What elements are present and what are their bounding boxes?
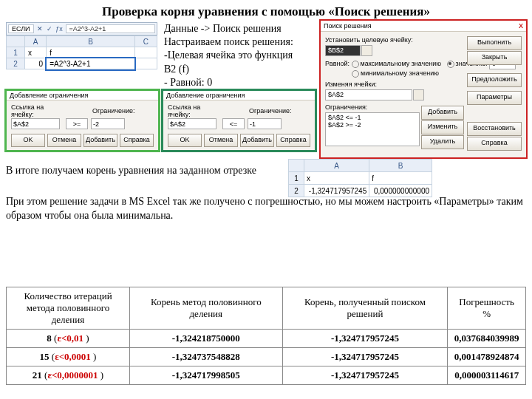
note-text: При этом решение задачи в MS Excel так ж… xyxy=(6,195,523,223)
cancel-icon[interactable]: ✕ xyxy=(35,25,45,33)
ok-button[interactable]: OK xyxy=(168,134,202,147)
change-cells-input[interactable]: $A$2 xyxy=(325,89,412,100)
constraints-list[interactable]: $A$2 <= -1 $A$2 >= -2 xyxy=(325,112,420,146)
help-button[interactable]: Справка xyxy=(467,137,522,151)
restore-button[interactable]: Восстановить xyxy=(467,122,522,136)
help-button[interactable]: Справка xyxy=(120,134,154,147)
formula-bar[interactable]: =A2^3-A2+1 xyxy=(66,24,155,33)
add-button[interactable]: Добавить xyxy=(421,106,464,120)
close-button[interactable]: Закрыть xyxy=(467,51,522,65)
radio-min[interactable] xyxy=(352,70,359,78)
delete-button[interactable]: Удалить xyxy=(421,135,464,149)
table-row: 15 (ε<0,0001 ) -1,324737548828 -1,324717… xyxy=(7,348,526,366)
table-row: 8 (ε<0,01 ) -1,324218750000 -1,324717957… xyxy=(7,330,526,348)
execute-button[interactable]: Выполнить xyxy=(467,36,522,50)
add-button[interactable]: Добавить xyxy=(83,134,117,147)
limit-input[interactable] xyxy=(248,118,282,129)
params-button[interactable]: Параметры xyxy=(467,91,522,105)
ok-button[interactable]: OK xyxy=(11,134,45,147)
cell-picker-icon[interactable] xyxy=(413,89,424,100)
limit-input[interactable] xyxy=(91,118,125,129)
solver-dialog: Поиск решенияX Установить целевую ячейку… xyxy=(319,19,528,159)
operator-select[interactable] xyxy=(222,118,245,129)
add-constraint-dialog-1: Добавление ограничения Ссылка на ячейку:… xyxy=(4,89,160,152)
cancel-button[interactable]: Отмена xyxy=(47,134,81,147)
target-cell-input[interactable]: $B$2 xyxy=(325,45,361,56)
cell-ref-input[interactable] xyxy=(11,118,60,129)
add-constraint-dialog-2: Добавление ограничения Ссылка на ячейку:… xyxy=(161,89,317,152)
cell-picker-icon[interactable] xyxy=(361,45,372,56)
radio-value[interactable] xyxy=(447,61,454,68)
table-row: 21 (ε<0,0000001 ) -1,324717998505 -1,324… xyxy=(7,366,526,385)
cancel-button[interactable]: Отмена xyxy=(204,134,238,147)
accept-icon[interactable]: ✓ xyxy=(45,25,55,33)
solver-title: Поиск решения xyxy=(324,22,372,30)
excel-formula-snippet: ЕСЛИ ✕ ✓ ƒx =A2^3-A2+1 ABC 1xf 20=A2^3-A… xyxy=(6,22,157,69)
fx-icon[interactable]: ƒx xyxy=(55,25,64,33)
radio-max[interactable] xyxy=(352,61,359,68)
name-box[interactable]: ЕСЛИ xyxy=(8,24,34,33)
guess-button[interactable]: Предположить xyxy=(467,73,522,87)
page-title: Проверка корня уравнения с помощью «Поис… xyxy=(0,0,532,21)
comparison-table: Количество итераций метода половинного д… xyxy=(6,287,526,385)
edit-button[interactable]: Изменить xyxy=(421,120,464,134)
excel-result-snippet: AB 1xf 2-1,3247179572450,000000000000 xyxy=(288,159,432,197)
cell-ref-input[interactable] xyxy=(168,118,216,129)
close-icon[interactable]: X xyxy=(519,22,523,30)
help-button[interactable]: Справка xyxy=(276,134,310,147)
result-intro-text: В итоге получаем корень уравнения на зад… xyxy=(6,164,287,178)
add-button[interactable]: Добавить xyxy=(240,134,274,147)
operator-select[interactable] xyxy=(66,118,88,129)
